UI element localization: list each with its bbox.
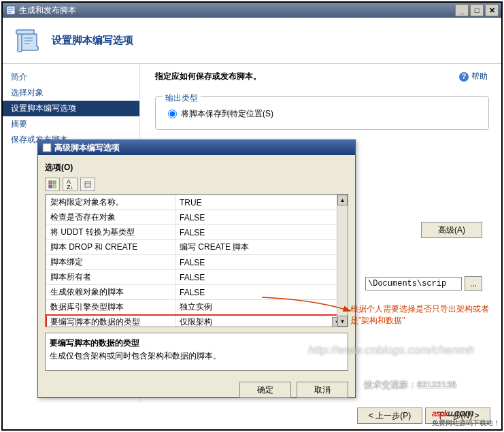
sort-az-icon[interactable]: AZ↓ <box>63 178 78 191</box>
grid-row-5[interactable]: 脚本所有者FALSE <box>46 270 348 285</box>
cancel-button[interactable]: 取消 <box>297 382 348 398</box>
svg-rect-5 <box>53 185 56 188</box>
svg-rect-6 <box>85 182 90 187</box>
advanced-button[interactable]: 高级(A) <box>421 222 482 238</box>
grid-prop-name: 脚本所有者 <box>46 270 175 285</box>
description-panel: 要编写脚本的数据的类型 生成仅包含架构或同时包含架构和数据的脚本。 <box>45 333 348 371</box>
title-bar[interactable]: 生成和发布脚本 _ □ ✕ <box>3 3 501 18</box>
minimize-button[interactable]: _ <box>455 4 469 16</box>
grid-row-3[interactable]: 脚本 DROP 和 CREATE编写 CREATE 脚本 <box>46 240 348 255</box>
ok-button[interactable]: 确定 <box>239 382 291 398</box>
watermark-logo: aspku.com 免费网站源码下载站！ <box>432 400 500 428</box>
grid-prop-name: 数据库引擎类型脚本 <box>46 300 175 315</box>
grid-row-1[interactable]: 检查是否存在对象FALSE <box>46 210 348 225</box>
grid-prop-value[interactable]: TRUE <box>175 195 348 210</box>
svg-rect-1 <box>43 144 51 152</box>
properties-icon[interactable] <box>80 178 95 191</box>
grid-prop-name: 要编写脚本的数据的类型 <box>46 315 175 328</box>
grid-row-8[interactable]: 要编写脚本的数据的类型仅限架构▼ <box>46 315 348 328</box>
grid-prop-value[interactable]: FALSE <box>175 285 348 300</box>
window-title: 生成和发布脚本 <box>19 5 76 16</box>
radio-save-input[interactable] <box>168 110 177 118</box>
advanced-options-dialog: 高级脚本编写选项 选项(O) AZ↓ 架构限定对象名称。TRUE检查是否存在对象… <box>37 139 356 398</box>
grid-prop-name: 检查是否存在对象 <box>46 210 175 225</box>
grid-prop-value[interactable]: 编写 CREATE 脚本 <box>175 240 348 255</box>
grid-prop-name: 脚本 DROP 和 CREATE <box>46 240 175 255</box>
sidebar-item-0[interactable]: 简介 <box>3 69 139 85</box>
watermark-url: http://www.cnblogs.com/chenmh <box>308 344 474 357</box>
browse-button[interactable]: ... <box>465 276 482 291</box>
maximize-button[interactable]: □ <box>470 4 484 16</box>
dialog-title: 高级脚本编写选项 <box>54 142 120 154</box>
scroll-icon <box>11 24 44 57</box>
svg-rect-4 <box>49 185 52 188</box>
grid-prop-value[interactable]: FALSE <box>175 270 348 285</box>
options-grid: 架构限定对象名称。TRUE检查是否存在对象FALSE将 UDDT 转换为基类型F… <box>45 194 348 327</box>
options-label: 选项(O) <box>45 162 348 173</box>
description-title: 要编写脚本的数据的类型 <box>50 337 343 349</box>
grid-toolbar: AZ↓ <box>45 178 348 191</box>
grid-row-6[interactable]: 生成依赖对象的脚本FALSE <box>46 285 348 300</box>
app-icon <box>5 5 16 16</box>
watermark-qq: 技术交流群：62122135 <box>364 379 456 391</box>
description-text: 生成仅包含架构或同时包含架构和数据的脚本。 <box>50 350 343 362</box>
sidebar-item-3[interactable]: 摘要 <box>3 116 139 132</box>
scroll-down-icon[interactable]: ▼ <box>337 316 348 327</box>
categorize-icon[interactable] <box>45 178 60 191</box>
annotation-text: 根据个人需要选择是否只导出架构或者是"架构和数据" <box>350 303 493 327</box>
sidebar-item-2[interactable]: 设置脚本编写选项 <box>3 101 139 116</box>
help-icon: ? <box>459 72 469 82</box>
grid-row-4[interactable]: 脚本绑定FALSE <box>46 255 348 270</box>
svg-rect-3 <box>53 181 56 184</box>
grid-scrollbar[interactable]: ▲ ▼ <box>337 195 348 327</box>
grid-prop-value[interactable]: FALSE <box>175 225 348 240</box>
radio-save-to-location[interactable]: 将脚本保存到特定位置(S) <box>168 108 482 120</box>
grid-prop-value[interactable]: FALSE <box>175 255 348 270</box>
grid-prop-name: 架构限定对象名称。 <box>46 195 175 210</box>
scroll-up-icon[interactable]: ▲ <box>337 195 348 205</box>
grid-row-0[interactable]: 架构限定对象名称。TRUE <box>46 195 348 210</box>
close-button[interactable]: ✕ <box>485 4 499 16</box>
grid-row-2[interactable]: 将 UDDT 转换为基类型FALSE <box>46 225 348 240</box>
grid-prop-name: 脚本绑定 <box>46 255 175 270</box>
grid-prop-name: 将 UDDT 转换为基类型 <box>46 225 175 240</box>
output-type-legend: 输出类型 <box>163 93 201 104</box>
grid-prop-name: 生成依赖对象的脚本 <box>46 285 175 300</box>
sidebar-item-1[interactable]: 选择对象 <box>3 85 139 101</box>
grid-row-7[interactable]: 数据库引擎类型脚本独立实例 <box>46 300 348 315</box>
path-input[interactable] <box>365 277 462 290</box>
output-type-group: 输出类型 将脚本保存到特定位置(S) <box>155 96 489 130</box>
grid-prop-value[interactable]: 仅限架构▼ <box>175 315 348 328</box>
grid-prop-value[interactable]: FALSE <box>175 210 348 225</box>
page-title: 设置脚本编写选项 <box>52 34 133 47</box>
prev-button[interactable]: < 上一步(P) <box>357 408 422 424</box>
help-link[interactable]: ? 帮助 <box>459 71 488 82</box>
svg-rect-2 <box>49 181 52 184</box>
wizard-header: 设置脚本编写选项 <box>3 18 501 64</box>
instruction-text: 指定应如何保存或发布脚本。 <box>155 71 489 82</box>
dialog-titlebar[interactable]: 高级脚本编写选项 <box>38 140 355 155</box>
grid-prop-value[interactable]: 独立实例 <box>175 300 348 315</box>
